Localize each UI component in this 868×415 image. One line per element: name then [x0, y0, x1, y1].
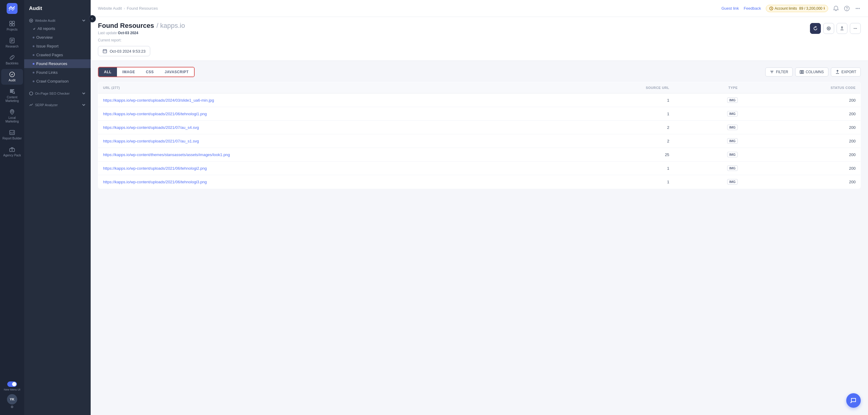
- on-page-label: On-Page SEO Checker: [35, 92, 69, 95]
- cell-url: https://kapps.io/wp-content/uploads/2024…: [98, 93, 562, 107]
- account-limits-text: Account limits 89 / 3,200,000: [775, 6, 823, 10]
- new-menu-toggle[interactable]: New Menu UI: [4, 381, 21, 392]
- sidebar-item-backlinks[interactable]: Backlinks: [1, 52, 23, 68]
- account-limits-info-icon[interactable]: ℹ: [824, 6, 825, 10]
- website-audit-toggle[interactable]: [82, 18, 86, 23]
- nav-panel-header: Audit: [24, 0, 91, 14]
- help-icon[interactable]: [844, 5, 850, 11]
- sidebar-item-report-builder-label: Report Builder: [2, 137, 22, 140]
- export-button[interactable]: EXPORT: [831, 67, 861, 77]
- guest-link-button[interactable]: Guest link: [721, 6, 739, 10]
- cell-url: https://kapps.io/wp-content/uploads/2021…: [98, 121, 562, 134]
- main-content: Website Audit › Found Resources Guest li…: [91, 0, 868, 415]
- svg-rect-35: [103, 50, 107, 53]
- sidebar-item-projects[interactable]: Projects: [1, 18, 23, 34]
- columns-label: COLUMNS: [806, 70, 824, 74]
- cell-url: https://kapps.io/wp-content/themes/stans…: [98, 148, 562, 161]
- page-toolbar: [810, 23, 861, 34]
- refresh-button[interactable]: [810, 23, 821, 34]
- cell-source-url: 25: [562, 148, 674, 161]
- nav-section-on-page: On-Page SEO Checker: [24, 87, 91, 99]
- nav-item-all-reports[interactable]: All reports: [24, 24, 91, 33]
- table-row: https://kapps.io/wp-content/uploads/2021…: [98, 175, 861, 189]
- tab-image[interactable]: IMAGE: [117, 67, 141, 77]
- url-link[interactable]: https://kapps.io/wp-content/uploads/2021…: [103, 139, 199, 143]
- more-icon[interactable]: [855, 5, 861, 11]
- table-row: https://kapps.io/wp-content/uploads/2021…: [98, 107, 861, 121]
- nav-item-crawl-comparison[interactable]: Crawl Comparison: [24, 77, 91, 86]
- cell-status-code: 200: [743, 175, 861, 189]
- nav-item-found-resources-label: Found Resources: [36, 61, 67, 66]
- sidebar-item-content-marketing[interactable]: Content Marketing: [1, 86, 23, 105]
- nav-section-website-audit: Website Audit All reports Overview Issue…: [24, 14, 91, 87]
- page-title: Found Resources / kapps.io: [98, 22, 185, 30]
- filter-button[interactable]: FILTER: [765, 67, 793, 77]
- sidebar-item-research[interactable]: Research: [1, 35, 23, 51]
- type-tabs: ALL IMAGE CSS JAVASCRIPT: [98, 67, 195, 77]
- nav-item-crawled-pages-label: Crawled Pages: [36, 53, 63, 57]
- svg-point-27: [856, 8, 857, 9]
- url-link[interactable]: https://kapps.io/wp-content/uploads/2021…: [103, 112, 207, 116]
- avatar[interactable]: YK: [7, 394, 17, 405]
- url-link[interactable]: https://kapps.io/wp-content/uploads/2024…: [103, 98, 214, 102]
- chat-bubble[interactable]: [846, 393, 861, 408]
- nav-item-all-reports-label: All reports: [37, 26, 55, 31]
- table-area: ALL IMAGE CSS JAVASCRIPT FILTER: [91, 61, 868, 415]
- table-row: https://kapps.io/wp-content/uploads/2021…: [98, 161, 861, 175]
- table-header: URL (277) SOURCE URL TYPE STATUS CODE: [98, 82, 861, 93]
- nav-item-overview[interactable]: Overview: [24, 33, 91, 42]
- nav-section-title-on-page[interactable]: On-Page SEO Checker: [24, 89, 91, 97]
- upload-button[interactable]: [837, 23, 847, 34]
- svg-line-11: [14, 93, 15, 94]
- url-link[interactable]: https://kapps.io/wp-content/themes/stans…: [103, 152, 230, 157]
- sidebar-item-audit[interactable]: Audit: [1, 69, 23, 85]
- svg-point-28: [858, 8, 858, 9]
- svg-rect-0: [7, 3, 18, 14]
- cell-status-code: 200: [743, 121, 861, 134]
- cell-status-code: 200: [743, 161, 861, 175]
- sidebar-item-report-builder[interactable]: Report Builder: [1, 127, 23, 143]
- type-badge: IMG: [727, 97, 738, 103]
- sidebar-item-agency-pack[interactable]: Agency Pack: [1, 144, 23, 160]
- report-selector[interactable]: Oct-03 2024 9:53:23: [98, 46, 150, 56]
- type-badge: IMG: [727, 166, 738, 171]
- url-link[interactable]: https://kapps.io/wp-content/uploads/2021…: [103, 125, 199, 130]
- nav-section-title-serp[interactable]: SERP Analyzer: [24, 101, 91, 109]
- feedback-button[interactable]: Feedback: [744, 6, 761, 10]
- col-status-code: STATUS CODE: [743, 82, 861, 93]
- new-menu-label: New Menu UI: [4, 388, 21, 392]
- sidebar-item-audit-label: Audit: [9, 79, 16, 82]
- table-row: https://kapps.io/wp-content/uploads/2021…: [98, 121, 861, 134]
- url-link[interactable]: https://kapps.io/wp-content/uploads/2021…: [103, 166, 207, 171]
- nav-section-title-website-audit[interactable]: Website Audit: [24, 16, 91, 24]
- cell-url: https://kapps.io/wp-content/uploads/2021…: [98, 161, 562, 175]
- breadcrumb-website-audit[interactable]: Website Audit: [98, 6, 122, 10]
- more-options-button[interactable]: [850, 23, 861, 34]
- tab-all[interactable]: ALL: [98, 67, 117, 77]
- settings-icon[interactable]: ⚙: [10, 405, 13, 409]
- new-menu-switch[interactable]: [7, 381, 17, 387]
- tab-css[interactable]: CSS: [141, 67, 159, 77]
- serp-toggle[interactable]: [82, 102, 86, 108]
- account-limits-badge[interactable]: Account limits 89 / 3,200,000 ℹ: [766, 5, 828, 12]
- refresh-icon-small: [769, 6, 773, 10]
- columns-button[interactable]: COLUMNS: [795, 67, 829, 77]
- url-link[interactable]: https://kapps.io/wp-content/uploads/2021…: [103, 180, 207, 184]
- on-page-toggle[interactable]: [82, 91, 86, 96]
- notification-icon[interactable]: [833, 5, 839, 11]
- nav-item-overview-label: Overview: [36, 35, 53, 40]
- nav-item-issue-report[interactable]: Issue Report: [24, 42, 91, 51]
- cell-url: https://kapps.io/wp-content/uploads/2021…: [98, 134, 562, 148]
- nav-item-found-resources[interactable]: Found Resources: [24, 59, 91, 68]
- tab-javascript[interactable]: JAVASCRIPT: [159, 67, 194, 77]
- sidebar-item-local-marketing[interactable]: Local Marketing: [1, 107, 23, 126]
- nav-dot-active: [33, 63, 34, 65]
- columns-icon: [800, 70, 804, 74]
- app-logo[interactable]: [7, 3, 18, 14]
- settings-button[interactable]: [823, 23, 834, 34]
- nav-dot: [33, 72, 34, 73]
- nav-item-crawled-pages[interactable]: Crawled Pages: [24, 51, 91, 59]
- collapse-nav-button[interactable]: [89, 15, 96, 22]
- nav-item-found-links[interactable]: Found Links: [24, 68, 91, 77]
- svg-rect-44: [802, 70, 804, 73]
